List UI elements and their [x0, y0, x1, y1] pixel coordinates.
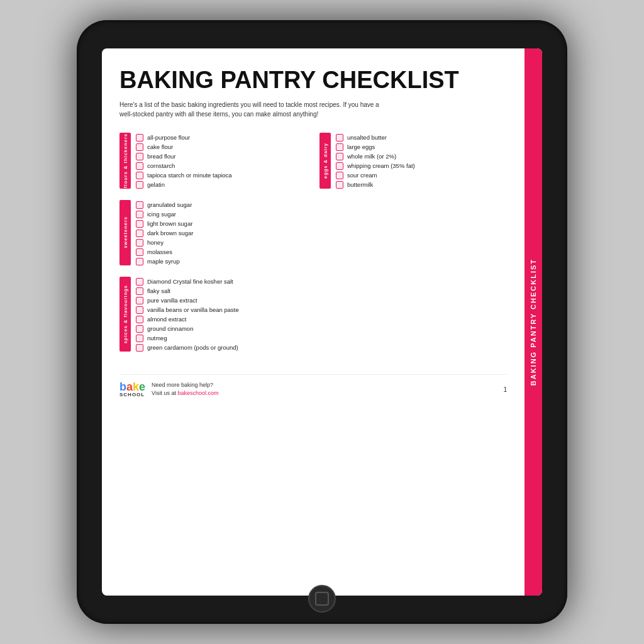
section-row-eggs: eggs & dairy unsalted butter large eggs …: [319, 133, 507, 189]
checkbox[interactable]: [336, 162, 343, 170]
item-text: buttermilk: [347, 181, 373, 188]
list-item: pure vanilla extract: [136, 297, 307, 304]
tablet-screen: BAKING PANTRY CHECKLIST Here's a list of…: [102, 48, 542, 596]
list-item: gelatin: [136, 181, 307, 189]
two-column-layout: flours & thickeners all-purpose flour ca…: [119, 133, 507, 363]
checkbox[interactable]: [136, 248, 143, 256]
list-item: whole milk (or 2%): [336, 153, 507, 160]
checkbox[interactable]: [136, 258, 143, 265]
checkbox[interactable]: [136, 181, 143, 189]
item-text: light brown sugar: [147, 220, 192, 227]
checkbox[interactable]: [136, 325, 143, 333]
logo-school: SCHOOL: [119, 392, 145, 397]
list-item: tapioca starch or minute tapioca: [136, 172, 307, 179]
checkbox[interactable]: [136, 211, 143, 218]
side-tab: BAKING PANTRY CHECKLIST: [525, 48, 542, 596]
page-footer: bake SCHOOL Need more baking help? Visit…: [119, 374, 507, 398]
list-item: light brown sugar: [136, 220, 307, 228]
list-item: cake flour: [136, 143, 307, 151]
section-label-sweeteners: sweeteners: [123, 216, 128, 248]
checkbox[interactable]: [136, 134, 143, 142]
item-text: ground cinnamon: [147, 325, 193, 332]
item-text: nutmeg: [147, 335, 167, 341]
checkbox[interactable]: [136, 172, 143, 179]
list-item: unsalted butter: [336, 134, 507, 142]
list-item: granulated sugar: [136, 201, 307, 209]
section-bar-flours: flours & thickeners: [119, 133, 131, 189]
checkbox[interactable]: [136, 335, 143, 342]
footer-link[interactable]: bakeschool.com: [177, 390, 218, 396]
item-text: molasses: [147, 248, 172, 255]
logo-k: k: [133, 380, 139, 393]
right-column: eggs & dairy unsalted butter large eggs …: [319, 133, 507, 363]
checkbox[interactable]: [136, 143, 143, 151]
item-text: maple syrup: [147, 258, 180, 265]
item-text: large eggs: [347, 143, 375, 150]
page-content: BAKING PANTRY CHECKLIST Here's a list of…: [102, 48, 525, 596]
checkbox[interactable]: [336, 172, 343, 179]
logo-bake: bake: [119, 381, 145, 392]
item-text: almond extract: [147, 316, 186, 323]
checkbox[interactable]: [136, 201, 143, 209]
checklist-sweeteners: granulated sugar icing sugar light brown…: [136, 200, 307, 265]
page-subtitle: Here's a list of the basic baking ingred…: [119, 100, 390, 119]
section-bar-spices: spices & flavourings: [119, 277, 131, 352]
item-text: flaky salt: [147, 287, 170, 294]
tablet-device: BAKING PANTRY CHECKLIST Here's a list of…: [77, 20, 567, 624]
home-button[interactable]: [308, 585, 336, 613]
item-text: granulated sugar: [147, 201, 192, 208]
item-text: Diamond Crystal fine kosher salt: [147, 278, 233, 285]
checkbox[interactable]: [136, 287, 143, 295]
footer-left: bake SCHOOL Need more baking help? Visit…: [119, 381, 218, 398]
list-item: maple syrup: [136, 258, 307, 265]
section-row-sweeteners: sweeteners granulated sugar icing sugar …: [119, 200, 307, 265]
checkbox[interactable]: [336, 181, 343, 189]
checkbox[interactable]: [336, 143, 343, 151]
item-text: unsalted butter: [347, 134, 387, 141]
list-item: honey: [136, 239, 307, 247]
section-eggs: eggs & dairy unsalted butter large eggs …: [319, 133, 507, 189]
item-text: cake flour: [147, 143, 173, 150]
logo-wrapper: bake SCHOOL: [119, 381, 145, 397]
list-item: flaky salt: [136, 287, 307, 295]
checkbox[interactable]: [136, 297, 143, 304]
item-text: pure vanilla extract: [147, 297, 197, 304]
list-item: ground cinnamon: [136, 325, 307, 333]
list-item: bread flour: [136, 153, 307, 160]
section-label-eggs: eggs & dairy: [323, 143, 328, 179]
item-text: vanilla beans or vanilla bean paste: [147, 306, 239, 313]
checkbox[interactable]: [336, 134, 343, 142]
item-text: whipping cream (35% fat): [347, 162, 415, 169]
page-title: BAKING PANTRY CHECKLIST: [119, 67, 507, 94]
item-text: sour cream: [347, 172, 377, 179]
checklist-eggs: unsalted butter large eggs whole milk (o…: [336, 133, 507, 189]
section-flours: flours & thickeners all-purpose flour ca…: [119, 133, 307, 189]
checklist-spices: Diamond Crystal fine kosher salt flaky s…: [136, 277, 307, 352]
side-tab-text: BAKING PANTRY CHECKLIST: [530, 258, 537, 386]
checkbox[interactable]: [136, 239, 143, 247]
item-text: tapioca starch or minute tapioca: [147, 172, 232, 179]
list-item: almond extract: [136, 316, 307, 323]
checkbox[interactable]: [136, 162, 143, 170]
list-item: all-purpose flour: [136, 134, 307, 142]
list-item: dark brown sugar: [136, 230, 307, 237]
section-bar-sweeteners: sweeteners: [119, 200, 131, 265]
section-row-spices: spices & flavourings Diamond Crystal fin…: [119, 277, 307, 352]
checkbox[interactable]: [136, 344, 143, 352]
list-item: green cardamom (pods or ground): [136, 344, 307, 352]
checkbox[interactable]: [136, 306, 143, 314]
checkbox[interactable]: [336, 153, 343, 160]
checkbox[interactable]: [136, 230, 143, 237]
footer-need-help: Need more baking help?: [152, 382, 213, 388]
item-text: dark brown sugar: [147, 230, 193, 236]
checkbox[interactable]: [136, 220, 143, 228]
checkbox[interactable]: [136, 278, 143, 286]
checkbox[interactable]: [136, 316, 143, 323]
list-item: large eggs: [336, 143, 507, 151]
item-text: all-purpose flour: [147, 134, 190, 141]
list-item: molasses: [136, 248, 307, 256]
list-item: whipping cream (35% fat): [336, 162, 507, 170]
left-column: flours & thickeners all-purpose flour ca…: [119, 133, 307, 363]
section-row-flours: flours & thickeners all-purpose flour ca…: [119, 133, 307, 189]
checkbox[interactable]: [136, 153, 143, 160]
